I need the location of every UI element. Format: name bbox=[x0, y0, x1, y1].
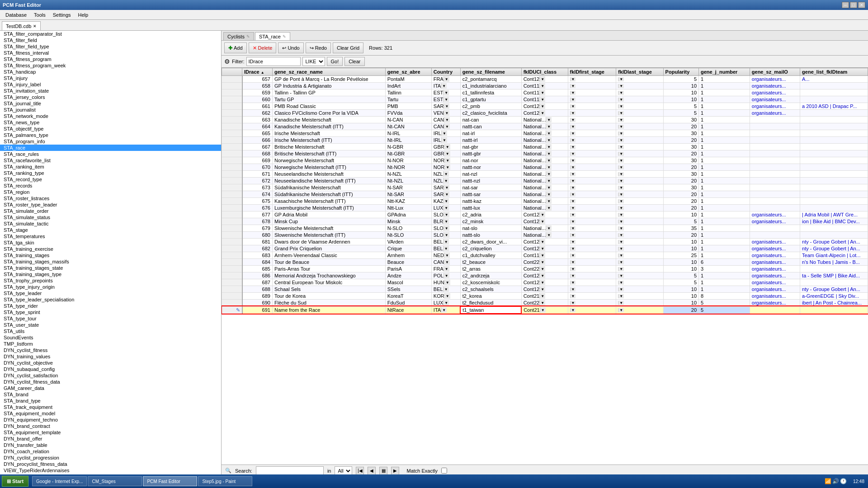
table-row[interactable]: 688Schaal SelsSSelsBEL▼c2_schaalselsCont… bbox=[222, 286, 868, 293]
taskbar-item-0[interactable]: Google - Internet Exp... bbox=[32, 476, 87, 486]
table-row[interactable]: 668Britische Meisterschaft (ITT)Nt-GBRGB… bbox=[222, 150, 868, 157]
table-row[interactable]: 690Flèche du SudFduSudLUX▼t2_flechdusudC… bbox=[222, 300, 868, 307]
sidebar-item-dyn_transfer_table[interactable]: DYN_transfer_table bbox=[0, 442, 221, 448]
sidebar-item-sta_filter_field_type[interactable]: STA_filter_field_type bbox=[0, 43, 221, 50]
sidebar-item-sta_tga_skin[interactable]: STA_tga_skin bbox=[0, 239, 221, 246]
sidebar-item-sta_network_mode[interactable]: STA_network_mode bbox=[0, 113, 221, 119]
nav-grid-button[interactable]: ▦ bbox=[379, 467, 387, 475]
sidebar-item-sta_training_stages_type[interactable]: STA_training_stages_type bbox=[0, 271, 221, 277]
tab-sta-race[interactable]: STA_race ✎ bbox=[255, 32, 290, 40]
sidebar-item-sta_fitness_interval[interactable]: STA_fitness_interval bbox=[0, 50, 221, 56]
menu-database[interactable]: Database bbox=[2, 11, 30, 19]
start-button[interactable]: ⊞ Start bbox=[2, 476, 28, 487]
sidebar-item-sta_user_state[interactable]: STA_user_state bbox=[0, 322, 221, 328]
sidebar-item-sta_fitness_program_week[interactable]: STA_fitness_program_week bbox=[0, 62, 221, 69]
table-row[interactable]: 685Paris-Arras TourParisAFRA▼t2_arrasCon… bbox=[222, 266, 868, 272]
nav-prev-prev-button[interactable]: |◀ bbox=[356, 467, 364, 475]
sidebar-item-sta_simulate_status[interactable]: STA_simulate_status bbox=[0, 214, 221, 221]
table-row[interactable]: 680Slowenische Meisterschaft (ITT)Nt-SLO… bbox=[222, 232, 868, 239]
sidebar-item-dyn_cyclist_objective[interactable]: DYN_cyclist_objective bbox=[0, 360, 221, 366]
delete-button[interactable]: ✕ Delete bbox=[249, 42, 277, 53]
table-row[interactable]: 659Tallinn - Tallinn GPTallinnEST▼c1_tal… bbox=[222, 89, 868, 96]
clear-button[interactable]: Clear bbox=[344, 57, 364, 66]
add-button[interactable]: ✚ Add bbox=[224, 42, 247, 53]
sidebar-item-sta_type_rider[interactable]: STA_type_rider bbox=[0, 303, 221, 309]
sidebar-item-sta_filter_field[interactable]: STA_filter_field bbox=[0, 37, 221, 43]
sidebar-item-dyn_coach_relation[interactable]: DYN_coach_relation bbox=[0, 448, 221, 455]
sidebar-item-sta_brand[interactable]: STA_brand bbox=[0, 391, 221, 398]
sidebar-item-sta_ranking_type[interactable]: STA_ranking_type bbox=[0, 170, 221, 176]
sidebar-item-sta_filter_comparator_list[interactable]: STA_filter_comparator_list bbox=[0, 31, 221, 37]
sidebar-item-sta_injury_label[interactable]: STA_injury_label bbox=[0, 81, 221, 88]
taskbar-item-1[interactable]: CM_Stages bbox=[88, 476, 142, 486]
col-header-idrace[interactable]: IDrace ▲ bbox=[242, 68, 273, 76]
sidebar-item-sta_roster_type_leader[interactable]: STA_roster_type_leader bbox=[0, 202, 221, 208]
sidebar-item-gam_career_data[interactable]: GAM_career_data bbox=[0, 385, 221, 391]
nav-next-button[interactable]: ▶ bbox=[391, 467, 399, 475]
sidebar-item-dyn_subaquad_config[interactable]: DYN_subaquad_config bbox=[0, 366, 221, 372]
file-tab-close[interactable]: ✕ bbox=[33, 24, 37, 28]
sidebar-item-sta_temperatures[interactable]: STA_temperatures bbox=[0, 233, 221, 239]
table-container[interactable]: IDrace ▲ gene_sz_race_name gene_sz_abre … bbox=[222, 68, 868, 465]
table-row[interactable]: 673Südafrikanische MeisterschaftN-SARSAR… bbox=[222, 184, 868, 191]
table-row[interactable]: 670Norwegische Meisterschaft (ITT)Nt-NOR… bbox=[222, 164, 868, 171]
sidebar-item-tmp_listform[interactable]: TMP_listform bbox=[0, 341, 221, 347]
col-header-abbr[interactable]: gene_sz_abre bbox=[385, 68, 431, 76]
sidebar-item-sta_type_leader[interactable]: STA_type_leader bbox=[0, 290, 221, 296]
search-input[interactable] bbox=[256, 466, 324, 475]
sidebar-item-sta_journal_title[interactable]: STA_journal_title bbox=[0, 100, 221, 107]
col-header-jnum[interactable]: gene_j_number bbox=[699, 68, 750, 76]
table-row[interactable]: 665Irische MeisterschaftN-IRLIRL▼nat-irl… bbox=[222, 130, 868, 137]
sidebar-item-dyn_brand_offer[interactable]: DYN_brand_offer bbox=[0, 436, 221, 442]
taskbar-item-2[interactable]: PCM Fast Editor bbox=[143, 476, 197, 486]
match-exactly-checkbox[interactable] bbox=[441, 468, 447, 474]
col-header-pop[interactable]: Popularity bbox=[663, 68, 698, 76]
tab-cyclists[interactable]: Cyclists ✎ bbox=[223, 32, 254, 40]
table-row[interactable]: 682Grand Prix CriquelionCriqueBEL▼c2_cri… bbox=[222, 245, 868, 252]
col-header-first[interactable]: fklDfirst_stage bbox=[568, 68, 616, 76]
sidebar-item-sta_race[interactable]: STA_race bbox=[0, 145, 221, 151]
sidebar-item-sta_records[interactable]: STA_records bbox=[0, 183, 221, 189]
sidebar-item-sta_simulate_tactic[interactable]: STA_simulate_tactic bbox=[0, 221, 221, 227]
table-row[interactable]: 657GP de Pont à Marcq - La Ronde Pévéloi… bbox=[222, 76, 868, 83]
undo-button[interactable]: ↩ Undo bbox=[278, 42, 303, 53]
taskbar-item-3[interactable]: Step5.jpg - Paint bbox=[198, 476, 252, 486]
sidebar-item-sta_stage[interactable]: STA_stage bbox=[0, 227, 221, 233]
sidebar-item-dyn_cyclist_fitness[interactable]: DYN_cyclist_fitness bbox=[0, 347, 221, 353]
table-row[interactable]: 674Südafrikanische Meisterschaft (ITT)Nt… bbox=[222, 191, 868, 198]
sidebar-item-sta_type_injury_origin[interactable]: STA_type_injury_origin bbox=[0, 284, 221, 290]
sidebar-item-sta_type_tour[interactable]: STA_type_tour bbox=[0, 315, 221, 322]
sidebar-item-sta_ranking_item[interactable]: STA_ranking_item bbox=[0, 164, 221, 170]
sidebar-item-sta_journalist[interactable]: STA_journalist bbox=[0, 107, 221, 113]
sidebar-item-dyn_cyclist_satisfaction[interactable]: DYN_cyclist_satisfaction bbox=[0, 372, 221, 379]
filter-operator-select[interactable]: LIKE = != > < bbox=[302, 57, 325, 66]
col-header-country[interactable]: Country bbox=[431, 68, 460, 76]
table-row[interactable]: 662Clasico FVCiclismo Corre Por la VIDAF… bbox=[222, 110, 868, 117]
sidebar-item-sta_equipment_model[interactable]: STA_equipment_model bbox=[0, 410, 221, 417]
table-row[interactable]: 687Central European Tour MiskolcMascolHU… bbox=[222, 279, 868, 286]
col-header-last[interactable]: fklDlast_stage bbox=[616, 68, 663, 76]
sidebar-item-soundevents[interactable]: SoundEvents bbox=[0, 334, 221, 341]
table-row[interactable]: 677GP Adria MobilGPAdnaSLO▼c2_adriaCont1… bbox=[222, 211, 868, 218]
table-row[interactable]: 676Luxemburgische Meisterschaft (ITT)Ntt… bbox=[222, 205, 868, 211]
sidebar-item-sta_program_info[interactable]: STA_program_info bbox=[0, 138, 221, 145]
go-button[interactable]: Go! bbox=[327, 57, 343, 66]
col-header-team[interactable]: gene_list_fklDteam bbox=[800, 68, 868, 76]
sidebar-item-sta_palmares_type[interactable]: STA_palmares_type bbox=[0, 132, 221, 138]
table-row[interactable]: 678Minsk CupMinskBLR▼c2_minskCont12▼▼▼51… bbox=[222, 218, 868, 225]
table-row[interactable]: 663Kanadische MeisterschaftN-CANCAN▼nat-… bbox=[222, 117, 868, 123]
sidebar-item-sta_region[interactable]: STA_region bbox=[0, 189, 221, 195]
sidebar-item-sta_jersey_colors[interactable]: STA_jersey_colors bbox=[0, 94, 221, 100]
nav-prev-button[interactable]: ◀ bbox=[368, 467, 376, 475]
table-row[interactable]: 658GP Industria & ArtigianatoIndArtITA▼c… bbox=[222, 83, 868, 89]
table-row[interactable]: 683Arnhem-Veenendaal ClassicArnhemNED▼c1… bbox=[222, 252, 868, 259]
col-header-duci[interactable]: fklDUCI_class bbox=[521, 68, 568, 76]
table-row[interactable]: 675Kasachische Meisterschaft (ITT)Ntt-KA… bbox=[222, 198, 868, 205]
col-header-mail[interactable]: gene_sz_mailO bbox=[750, 68, 800, 76]
sidebar-item-sta_racefavorite_list[interactable]: STA_racefavorite_list bbox=[0, 157, 221, 164]
menu-help[interactable]: Help bbox=[75, 11, 92, 19]
table-row[interactable]: 660Tartu GPTartuEST▼c1_gptartuCont11▼▼▼1… bbox=[222, 96, 868, 103]
sidebar-item-dyn_equipment_techno[interactable]: DYN_equipment_techno bbox=[0, 417, 221, 423]
sidebar-item-sta_training_stages_state[interactable]: STA_training_stages_state bbox=[0, 265, 221, 271]
sidebar-item-sta_training_stages[interactable]: STA_training_stages bbox=[0, 252, 221, 258]
